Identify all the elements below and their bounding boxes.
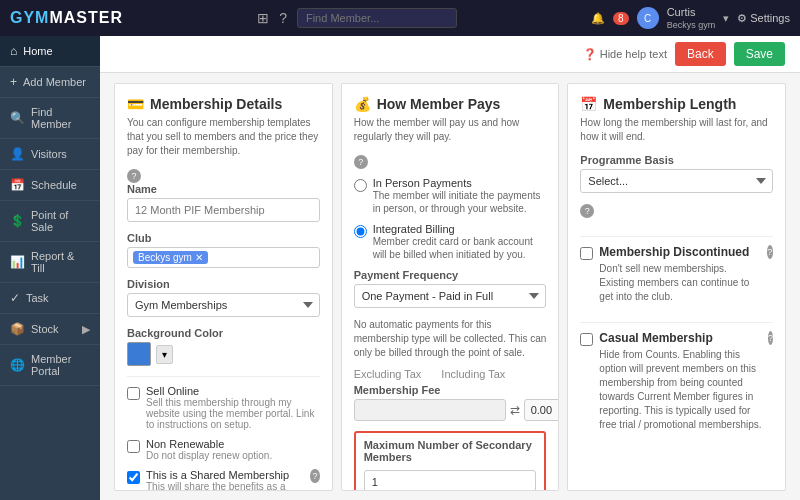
top-nav-center: ⊞ ? <box>257 8 457 28</box>
col3-subtitle: How long the membership will last for, a… <box>580 116 773 144</box>
sidebar-item-home[interactable]: ⌂ Home <box>0 36 100 67</box>
bell-icon: 🔔 <box>591 12 605 25</box>
membership-icon: 💳 <box>127 96 144 112</box>
settings-link[interactable]: ⚙ Settings <box>737 12 790 25</box>
plus-icon: + <box>10 75 17 89</box>
question-circle-icon: ❓ <box>583 48 597 60</box>
home-icon: ⌂ <box>10 44 17 58</box>
payment-freq-label: Payment Frequency <box>354 269 547 281</box>
sidebar-item-stock[interactable]: 📦 Stock ▶ <box>0 314 100 345</box>
club-group: Club Beckys gym ✕ <box>127 232 320 268</box>
sidebar-item-pos[interactable]: 💲 Point of Sale <box>0 201 100 242</box>
sidebar-item-visitors[interactable]: 👤 Visitors <box>0 139 100 170</box>
discontinued-help-icon[interactable]: ? <box>767 245 773 259</box>
name-group: Name <box>127 183 320 222</box>
shared-membership-label: This is a Shared Membership <box>146 469 304 481</box>
max-secondary-box: Maximum Number of Secondary Members <box>354 431 547 491</box>
integrated-radio[interactable] <box>354 225 367 238</box>
hide-help-text[interactable]: ❓ Hide help text <box>583 48 667 61</box>
integrated-desc: Member credit card or bank account will … <box>373 235 547 261</box>
portal-icon: 🌐 <box>10 358 25 372</box>
club-tag: Beckys gym ✕ <box>133 251 208 264</box>
programme-basis-select[interactable]: Select... <box>580 169 773 193</box>
stock-icon: 📦 <box>10 322 25 336</box>
casual-help-icon[interactable]: ? <box>768 331 773 345</box>
sidebar-item-schedule[interactable]: 📅 Schedule <box>0 170 100 201</box>
sidebar-item-report[interactable]: 📊 Report & Till <box>0 242 100 283</box>
in-person-label: In Person Payments <box>373 177 547 189</box>
avatar: C <box>637 7 659 29</box>
grid-icon: ⊞ <box>257 10 269 26</box>
col1-title: 💳 Membership Details <box>127 96 320 112</box>
shared-help-icon[interactable]: ? <box>310 469 319 483</box>
sidebar-item-add-member[interactable]: + Add Member <box>0 67 100 98</box>
chevron-down-icon: ▾ <box>723 12 729 25</box>
casual-title: Casual Membership <box>599 331 762 345</box>
col3-divider2 <box>580 322 773 323</box>
membership-length-column: 📅 Membership Length How long the members… <box>567 83 786 491</box>
discontinued-checkbox[interactable] <box>580 247 593 260</box>
pos-icon: 💲 <box>10 214 25 228</box>
color-dropdown-button[interactable]: ▾ <box>156 345 173 364</box>
col2-help-icon[interactable]: ? <box>354 155 368 169</box>
membership-fee-incl-input[interactable] <box>524 399 560 421</box>
divider1 <box>127 376 320 377</box>
discontinued-row: Membership Discontinued Don't sell new m… <box>580 245 773 310</box>
integrated-label: Integrated Billing <box>373 223 547 235</box>
color-swatch[interactable] <box>127 342 151 366</box>
top-navigation: GYMMASTER ⊞ ? 🔔 8 C Curtis Beckys gym ▾ … <box>0 0 800 36</box>
shared-membership-row: This is a Shared Membership This will sh… <box>127 469 320 491</box>
sell-online-checkbox[interactable] <box>127 387 140 400</box>
membership-fee-excl-input[interactable] <box>354 399 506 421</box>
payment-freq-select[interactable]: One Payment - Paid in Full <box>354 284 547 308</box>
bg-color-group: Background Color ▾ <box>127 327 320 366</box>
programme-basis-label: Programme Basis <box>580 154 773 166</box>
sidebar-item-task[interactable]: ✓ Task <box>0 283 100 314</box>
membership-details-column: 💳 Membership Details You can configure m… <box>114 83 333 491</box>
col1-help-icon[interactable]: ? <box>127 169 141 183</box>
search-input[interactable] <box>297 8 457 28</box>
non-renewable-checkbox[interactable] <box>127 440 140 453</box>
in-person-desc: The member will initiate the payments in… <box>373 189 547 215</box>
main-layout: ⌂ Home + Add Member 🔍 Find Member 👤 Visi… <box>0 36 800 500</box>
fee-header: Excluding Tax Including Tax <box>354 368 547 380</box>
division-group: Division Gym Memberships <box>127 278 320 317</box>
non-renewable-label: Non Renewable <box>146 438 272 450</box>
calendar-icon: 📅 <box>580 96 597 112</box>
sidebar-item-member-portal[interactable]: 🌐 Member Portal <box>0 345 100 386</box>
division-select[interactable]: Gym Memberships <box>127 293 320 317</box>
schedule-icon: 📅 <box>10 178 25 192</box>
three-column-layout: 💳 Membership Details You can configure m… <box>100 73 800 500</box>
sell-online-row: Sell Online Sell this membership through… <box>127 385 320 430</box>
col2-subtitle: How the member will pay us and how regul… <box>354 116 547 144</box>
search-icon: 🔍 <box>10 111 25 125</box>
payment-note: No automatic payments for this membershi… <box>354 318 547 360</box>
max-secondary-input[interactable] <box>364 470 537 491</box>
integrated-row: Integrated Billing Member credit card or… <box>354 223 547 261</box>
club-tag-remove[interactable]: ✕ <box>195 252 203 263</box>
question-icon: ? <box>279 10 287 26</box>
back-button[interactable]: Back <box>675 42 726 66</box>
membership-fee-row: ⇄ <box>354 399 547 421</box>
name-input[interactable] <box>127 198 320 222</box>
visitors-icon: 👤 <box>10 147 25 161</box>
casual-checkbox[interactable] <box>580 333 593 346</box>
club-tag-input[interactable]: Beckys gym ✕ <box>127 247 320 268</box>
name-label: Name <box>127 183 320 195</box>
sidebar-item-find-member[interactable]: 🔍 Find Member <box>0 98 100 139</box>
sell-online-desc: Sell this membership through my website … <box>146 397 320 430</box>
col3-help-icon[interactable]: ? <box>580 204 594 218</box>
bg-color-label: Background Color <box>127 327 320 339</box>
col3-divider1 <box>580 236 773 237</box>
col3-title: 📅 Membership Length <box>580 96 773 112</box>
max-secondary-label: Maximum Number of Secondary Members <box>364 439 537 463</box>
shared-membership-checkbox[interactable] <box>127 471 140 484</box>
casual-desc: Hide from Counts. Enabling this option w… <box>599 348 762 432</box>
fee-arrow-icon: ⇄ <box>510 403 520 417</box>
in-person-radio[interactable] <box>354 179 367 192</box>
programme-basis-group: Programme Basis Select... <box>580 154 773 193</box>
save-button[interactable]: Save <box>734 42 785 66</box>
in-person-row: In Person Payments The member will initi… <box>354 177 547 215</box>
payment-icon: 💰 <box>354 96 371 112</box>
content-area: ❓ Hide help text Back Save 💳 Membership … <box>100 36 800 500</box>
